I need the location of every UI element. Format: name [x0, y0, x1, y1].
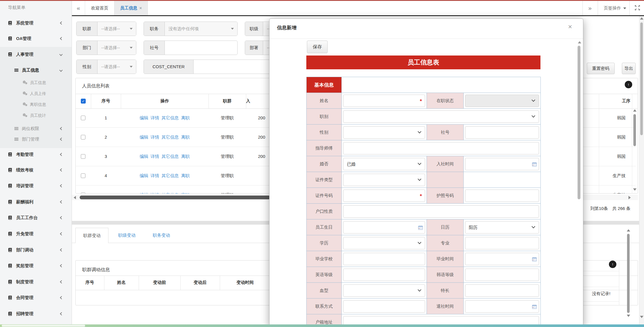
- action-link-1[interactable]: 详情: [151, 173, 159, 178]
- sidebar-item-18[interactable]: 制度管理: [0, 276, 72, 288]
- empno-input[interactable]: [165, 41, 237, 55]
- sidebar-item-17[interactable]: 奖惩管理: [0, 260, 72, 271]
- tab-员工信息[interactable]: 员工信息×: [114, 1, 148, 15]
- table-scrollbar-thumb[interactable]: [633, 114, 636, 146]
- action-link-2[interactable]: 其它信息: [162, 192, 179, 194]
- department-select[interactable]: --请选择--: [98, 41, 136, 55]
- sidebar-item-6[interactable]: 离职信息: [0, 99, 72, 110]
- row-checkbox[interactable]: [81, 173, 85, 178]
- sidebar-item-14[interactable]: 员工工作台: [0, 212, 72, 223]
- action-link-1[interactable]: 详情: [151, 115, 159, 120]
- action-link-2[interactable]: 其它信息: [162, 154, 179, 159]
- tabs-scroll-left-icon[interactable]: «: [72, 1, 85, 15]
- tabs-scroll-right-icon[interactable]: »: [583, 1, 597, 15]
- sidebar-item-16[interactable]: 部门调动: [0, 244, 72, 256]
- 血型-select[interactable]: [343, 284, 425, 297]
- 员工生日-date-input[interactable]: [343, 221, 425, 234]
- 日历-select[interactable]: 阳历: [465, 221, 539, 234]
- action-link-2[interactable]: 其它信息: [162, 173, 179, 178]
- sidebar-item-15[interactable]: 升免管理: [0, 228, 72, 240]
- sidebar-item-8[interactable]: 岗位权限: [0, 123, 72, 134]
- sidebar-item-11[interactable]: 绩效考核: [0, 164, 72, 176]
- 姓名-input[interactable]: *: [343, 95, 425, 107]
- change-tab-0[interactable]: 职群变动: [75, 228, 108, 243]
- 退社时间-date-input[interactable]: [465, 300, 539, 313]
- sidebar-item-3[interactable]: 员工信息: [0, 64, 72, 76]
- row-checkbox[interactable]: [81, 154, 85, 159]
- action-link-3[interactable]: 离职: [181, 154, 190, 159]
- bottom-scrollbar-thumb[interactable]: [2, 325, 85, 327]
- page-scroll-down-icon[interactable]: [640, 316, 643, 318]
- 证件类型-select[interactable]: [343, 174, 425, 186]
- horizontal-scrollbar-thumb[interactable]: [80, 196, 270, 199]
- 特长-input[interactable]: [465, 284, 539, 297]
- jobgroup-select[interactable]: --请选择--: [98, 22, 136, 36]
- sidebar-item-7[interactable]: 员工统计: [0, 110, 72, 121]
- calendar-icon[interactable]: [532, 162, 537, 168]
- table-scroll-up-icon[interactable]: [633, 109, 637, 112]
- sidebar-item-19[interactable]: 合同管理: [0, 292, 72, 303]
- 性别-select[interactable]: [343, 126, 425, 139]
- action-link-3[interactable]: 离职: [181, 115, 190, 120]
- action-link-0[interactable]: 编辑: [140, 135, 148, 139]
- scroll-right-icon[interactable]: [628, 196, 631, 199]
- collapse-panel-icon[interactable]: ↑: [625, 81, 632, 88]
- sidebar-item-13[interactable]: 薪酬福利: [0, 196, 72, 208]
- action-link-3[interactable]: 离职: [181, 173, 190, 178]
- action-link-2[interactable]: 其它信息: [162, 115, 179, 120]
- sidebar-item-5[interactable]: 人员上传: [0, 88, 72, 99]
- 指导师傅-input[interactable]: [343, 142, 539, 154]
- change-tab-2[interactable]: 职务变动: [150, 228, 173, 243]
- 户口性质-input[interactable]: [343, 205, 539, 218]
- collapse-panel-icon[interactable]: ↑: [609, 261, 616, 268]
- scroll-left-icon[interactable]: [74, 196, 76, 199]
- modal-scrollbar-thumb[interactable]: [578, 46, 580, 199]
- tab-close-icon[interactable]: ×: [139, 5, 142, 10]
- action-link-0[interactable]: 编辑: [140, 192, 148, 194]
- row-checkbox[interactable]: [81, 193, 85, 194]
- action-link-0[interactable]: 编辑: [140, 173, 148, 178]
- panel-scroll-up-icon[interactable]: [627, 229, 630, 232]
- change-tab-1[interactable]: 职级变动: [115, 228, 139, 243]
- page-scrollbar-thumb[interactable]: [640, 22, 643, 135]
- 职别-select[interactable]: [343, 110, 539, 123]
- sidebar-item-10[interactable]: 考勤管理: [0, 149, 72, 160]
- row-checkbox[interactable]: [81, 135, 85, 139]
- panel-scrollbar-thumb[interactable]: [627, 234, 630, 313]
- select-all-checkbox[interactable]: ✓: [81, 99, 86, 104]
- 韩语等级-input[interactable]: [465, 269, 539, 281]
- 入社时间-date-input[interactable]: [465, 158, 539, 170]
- panel-scroll-down-icon[interactable]: [627, 315, 630, 317]
- 在职状态-select[interactable]: [465, 95, 539, 107]
- duty-multiselect[interactable]: 没有选中任何项: [165, 22, 237, 36]
- 联系方式-input[interactable]: [343, 300, 425, 313]
- 学历-select[interactable]: [343, 237, 425, 249]
- sidebar-item-0[interactable]: 系统管理: [0, 17, 72, 29]
- fullscreen-icon[interactable]: [634, 5, 641, 12]
- action-link-0[interactable]: 编辑: [140, 115, 148, 120]
- export-button[interactable]: 导出: [622, 63, 636, 74]
- action-link-1[interactable]: 详情: [151, 154, 159, 159]
- calendar-icon[interactable]: [418, 225, 423, 231]
- tab-operations-menu[interactable]: 页签操作: [601, 1, 629, 15]
- modal-close-icon[interactable]: ×: [568, 23, 572, 30]
- action-link-3[interactable]: 离职: [181, 192, 190, 194]
- reset-password-button[interactable]: 重置密码: [587, 63, 615, 74]
- sidebar-item-20[interactable]: 招聘管理: [0, 308, 72, 320]
- sidebar-item-1[interactable]: OA管理: [0, 33, 72, 44]
- table-scroll-down-icon[interactable]: [633, 188, 637, 191]
- action-link-3[interactable]: 离职: [181, 135, 190, 139]
- 专业-input[interactable]: [465, 237, 539, 249]
- 英语等级-input[interactable]: [343, 269, 425, 281]
- sidebar-item-4[interactable]: 员工信息: [0, 77, 72, 88]
- 毕业时间-date-input[interactable]: [465, 253, 539, 265]
- sidebar-item-12[interactable]: 培训管理: [0, 180, 72, 192]
- sidebar-item-9[interactable]: 部门管理: [0, 133, 72, 145]
- 护照号码-input[interactable]: [465, 190, 539, 202]
- gender-select[interactable]: --请选择--: [98, 60, 136, 74]
- 社号-input[interactable]: [465, 126, 539, 139]
- page-scroll-up-icon[interactable]: [640, 17, 643, 20]
- action-link-0[interactable]: 编辑: [140, 154, 148, 159]
- sidebar-item-2[interactable]: 人事管理: [0, 49, 72, 60]
- 毕业学校-input[interactable]: [343, 253, 425, 265]
